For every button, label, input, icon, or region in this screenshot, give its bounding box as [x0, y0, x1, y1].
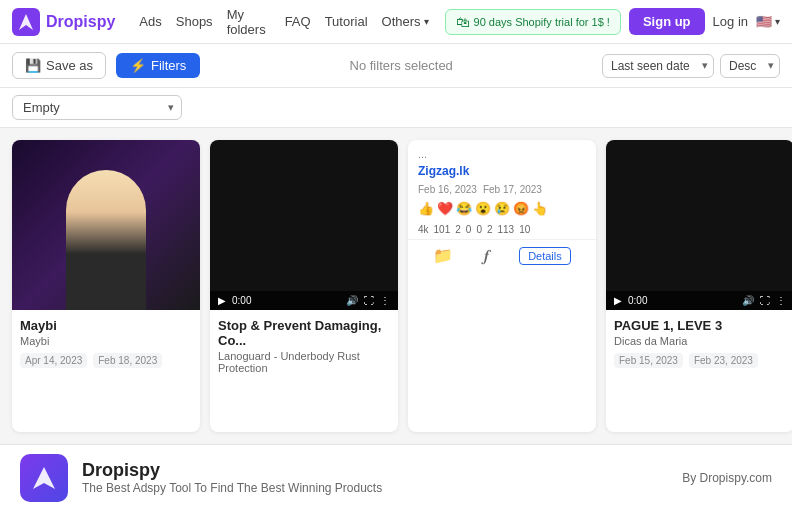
ad-card-2[interactable]: ▶ 0:00 🔊 ⛶ ⋮ Stop & Prevent Damaging, Co…	[210, 140, 398, 432]
empty-select-wrapper[interactable]: Empty All Image Video	[12, 95, 182, 120]
reaction-share: 👆	[532, 201, 548, 216]
card-4-dates: Feb 15, 2023 Feb 23, 2023	[614, 353, 786, 368]
card-1-body: Maybi Maybi Apr 14, 2023 Feb 18, 2023	[12, 310, 200, 376]
card-1-date-start: Apr 14, 2023	[20, 353, 87, 368]
promo-logo	[20, 454, 68, 502]
reaction-love: ❤️	[437, 201, 453, 216]
count-6: 2	[487, 224, 493, 235]
nav-links: Ads Shops My folders FAQ Tutorial Others…	[139, 7, 428, 37]
nav-link-tutorial[interactable]: Tutorial	[325, 14, 368, 29]
card-1-subtitle: Maybi	[20, 335, 192, 347]
shopify-banner[interactable]: 🛍 90 days Shopify trial for 1$ !	[445, 9, 621, 35]
count-2: 101	[434, 224, 451, 235]
card-3-reactions: 👍 ❤️ 😂 😮 😢 😡 👆	[408, 197, 596, 220]
reaction-wow: 😮	[475, 201, 491, 216]
nav-link-faq[interactable]: FAQ	[285, 14, 311, 29]
order-select[interactable]: Desc Asc	[720, 54, 780, 78]
login-button[interactable]: Log in	[713, 14, 748, 29]
card-4-body: PAGUE 1, LEVE 3 Dicas da Maria Feb 15, 2…	[606, 310, 792, 376]
logo-text: Dropispy	[46, 13, 115, 31]
card-3-header: ...	[408, 140, 596, 164]
card-1-thumbnail	[12, 140, 200, 310]
expand-icon[interactable]: ⛶	[364, 295, 374, 306]
filters-button[interactable]: ⚡ Filters	[116, 53, 200, 78]
card-2-subtitle: Lanoguard - Underbody Rust Protection	[218, 350, 390, 374]
reaction-haha: 😂	[456, 201, 472, 216]
card-3-date-start: Feb 16, 2023	[418, 184, 477, 195]
card-4-play-bar: ▶ 0:00 🔊 ⛶ ⋮	[606, 291, 792, 310]
promo-subtitle: The Best Adspy Tool To Find The Best Win…	[82, 481, 682, 495]
card-3-dates: Feb 16, 2023 Feb 17, 2023	[408, 182, 596, 197]
play-icon[interactable]: ▶	[218, 295, 226, 306]
card-4-title: PAGUE 1, LEVE 3	[614, 318, 786, 333]
ad-card-1[interactable]: Maybi Maybi Apr 14, 2023 Feb 18, 2023	[12, 140, 200, 432]
card-2-play-bar: ▶ 0:00 🔊 ⛶ ⋮	[210, 291, 398, 310]
expand-icon-4[interactable]: ⛶	[760, 295, 770, 306]
reaction-like: 👍	[418, 201, 434, 216]
person-silhouette	[66, 170, 146, 310]
others-chevron-icon: ▾	[424, 16, 429, 27]
card-2-body: Stop & Prevent Damaging, Co... Lanoguard…	[210, 310, 398, 388]
card-4-subtitle: Dicas da Maria	[614, 335, 786, 347]
dropispy-logo-icon	[12, 8, 40, 36]
filter-icon: ⚡	[130, 58, 146, 73]
more-icon-4[interactable]: ⋮	[776, 295, 786, 306]
save-as-button[interactable]: 💾 Save as	[12, 52, 106, 79]
count-5: 0	[476, 224, 482, 235]
timecode: 0:00	[232, 295, 251, 306]
nav-link-ads[interactable]: Ads	[139, 14, 161, 29]
logo-area[interactable]: Dropispy	[12, 8, 115, 36]
card-4-thumbnail: ▶ 0:00 🔊 ⛶ ⋮	[606, 140, 792, 310]
volume-icon-4[interactable]: 🔊	[742, 295, 754, 306]
promo-logo-icon	[29, 463, 59, 493]
sort-area: Last seen date First seen date Likes Com…	[602, 54, 780, 78]
signup-button[interactable]: Sign up	[629, 8, 705, 35]
save-icon: 💾	[25, 58, 41, 73]
filter-status: No filters selected	[210, 58, 592, 73]
card-1-date-end: Feb 18, 2023	[93, 353, 162, 368]
sort-select[interactable]: Last seen date First seen date Likes Com…	[602, 54, 714, 78]
reaction-sad: 😢	[494, 201, 510, 216]
flag-area[interactable]: 🇺🇸 ▾	[756, 14, 780, 29]
more-icon[interactable]: ⋮	[380, 295, 390, 306]
count-7: 113	[498, 224, 515, 235]
card-4-date-start: Feb 15, 2023	[614, 353, 683, 368]
count-8: 10	[519, 224, 530, 235]
ad-card-4[interactable]: ▶ 0:00 🔊 ⛶ ⋮ PAGUE 1, LEVE 3 Dicas da Ma…	[606, 140, 792, 432]
card-2-thumbnail: ▶ 0:00 🔊 ⛶ ⋮	[210, 140, 398, 310]
nav-link-others[interactable]: Others ▾	[382, 14, 429, 29]
nav-right: 🛍 90 days Shopify trial for 1$ ! Sign up…	[445, 8, 780, 35]
filter-bar: 💾 Save as ⚡ Filters No filters selected …	[0, 44, 792, 88]
volume-icon[interactable]: 🔊	[346, 295, 358, 306]
svg-marker-2	[33, 467, 55, 489]
card-2-title: Stop & Prevent Damaging, Co...	[218, 318, 390, 348]
promo-title: Dropispy	[82, 460, 682, 481]
count-1: 4k	[418, 224, 429, 235]
folder-icon[interactable]: 📁	[433, 246, 453, 265]
card-3-site: Zigzag.lk	[408, 164, 596, 182]
navbar: Dropispy Ads Shops My folders FAQ Tutori…	[0, 0, 792, 44]
nav-link-myfolders[interactable]: My folders	[227, 7, 271, 37]
cards-area: Maybi Maybi Apr 14, 2023 Feb 18, 2023 ▶ …	[0, 128, 792, 444]
count-4: 0	[466, 224, 472, 235]
card-4-date-end: Feb 23, 2023	[689, 353, 758, 368]
ad-card-3[interactable]: ... Zigzag.lk Feb 16, 2023 Feb 17, 2023 …	[408, 140, 596, 432]
empty-bar: Empty All Image Video	[0, 88, 792, 128]
card-1-dates: Apr 14, 2023 Feb 18, 2023	[20, 353, 192, 368]
shopify-icon: 🛍	[456, 14, 470, 30]
sort-select-wrapper[interactable]: Last seen date First seen date Likes Com…	[602, 54, 714, 78]
card-3-reaction-counts: 4k 101 2 0 0 2 113 10	[408, 220, 596, 239]
details-button[interactable]: Details	[519, 247, 571, 265]
promo-text: Dropispy The Best Adspy Tool To Find The…	[82, 460, 682, 495]
card-3-date-end: Feb 17, 2023	[483, 184, 542, 195]
card-3-actions: 📁 𝒇 Details	[408, 239, 596, 271]
order-select-wrapper[interactable]: Desc Asc	[720, 54, 780, 78]
empty-select[interactable]: Empty All Image Video	[12, 95, 182, 120]
play-icon-4[interactable]: ▶	[614, 295, 622, 306]
card-1-title: Maybi	[20, 318, 192, 333]
count-3: 2	[455, 224, 461, 235]
flag-icon: 🇺🇸	[756, 14, 772, 29]
promo-bar: Dropispy The Best Adspy Tool To Find The…	[0, 444, 792, 510]
nav-link-shops[interactable]: Shops	[176, 14, 213, 29]
facebook-icon[interactable]: 𝒇	[484, 247, 489, 265]
